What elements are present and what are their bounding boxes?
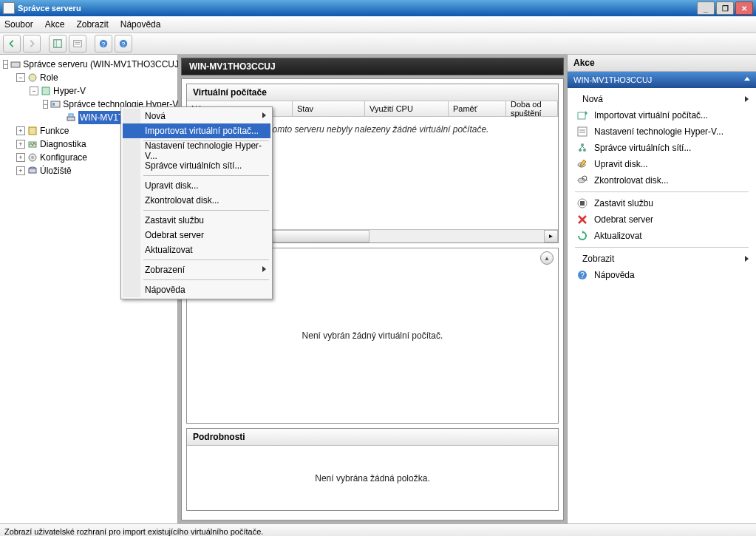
svg-point-28: [581, 143, 584, 146]
expand-icon[interactable]: +: [16, 140, 25, 149]
remove-icon: [576, 214, 588, 225]
expand-icon[interactable]: −: [30, 86, 38, 95]
podrobnosti-header: Podrobnosti: [187, 429, 558, 446]
menu-zobrazit[interactable]: Zobrazit: [76, 19, 108, 30]
tree-root[interactable]: − Správce serveru (WIN-MV1THO3CCUJ): [3, 58, 177, 71]
ctx-odebrat[interactable]: Odebrat server: [123, 228, 270, 242]
help-icon: ?: [576, 269, 588, 281]
action-zastavit[interactable]: Zastavit službu: [568, 195, 756, 211]
actions-group-header[interactable]: WIN-MV1THO3CCUJ: [568, 72, 756, 88]
svg-point-10: [29, 74, 36, 81]
properties-button[interactable]: [69, 35, 86, 52]
svg-rect-16: [29, 127, 36, 135]
restore-button[interactable]: ❐: [716, 1, 734, 15]
status-text: Zobrazí uživatelské rozhraní pro import …: [4, 527, 263, 536]
action-aktualizovat[interactable]: Aktualizovat: [568, 228, 756, 244]
menu-akce[interactable]: Akce: [45, 19, 65, 30]
ctx-zobrazeni[interactable]: Zobrazení: [123, 262, 270, 277]
action-spravce-siti[interactable]: Správce virtuálních sítí...: [568, 140, 756, 156]
ctx-nova[interactable]: Nová: [123, 109, 270, 123]
col-pamet[interactable]: Paměť: [449, 101, 506, 116]
action-upravit-disk[interactable]: Upravit disk...: [568, 156, 756, 172]
toolbar: ? ?: [0, 33, 756, 55]
svg-text:?: ?: [102, 41, 106, 48]
menu-separator: [143, 210, 269, 211]
hyperv-icon: [41, 86, 51, 96]
action-import[interactable]: Importovat virtuální počítač...: [568, 107, 756, 123]
ctx-nastaveni[interactable]: Nastavení technologie Hyper-V...: [123, 143, 270, 158]
server-icon: [10, 59, 21, 69]
expand-icon[interactable]: +: [16, 166, 25, 175]
expand-icon[interactable]: −: [16, 73, 25, 82]
ctx-spravce-siti[interactable]: Správce virtuálních sítí...: [123, 158, 270, 173]
ctx-upravit-disk[interactable]: Upravit disk...: [123, 178, 270, 193]
action-zobrazit[interactable]: Zobrazit: [568, 251, 756, 267]
svg-rect-14: [67, 117, 75, 121]
action-nova[interactable]: Nová: [568, 91, 756, 107]
expand-icon[interactable]: +: [16, 153, 25, 162]
submenu-arrow-icon: [745, 96, 749, 102]
ctx-zastavit[interactable]: Zastavit službu: [123, 213, 270, 228]
col-doba[interactable]: Doba od spuštění: [506, 101, 558, 116]
expand-icon[interactable]: +: [16, 126, 25, 135]
network-icon: [576, 142, 588, 154]
menu-napoveda[interactable]: Nápověda: [120, 19, 161, 30]
back-button[interactable]: [3, 35, 21, 52]
ctx-import[interactable]: Importovat virtuální počítač...: [123, 123, 270, 138]
show-hide-tree-button[interactable]: [49, 35, 67, 52]
collapse-button[interactable]: ▲: [540, 251, 554, 265]
collapse-up-icon: [744, 77, 750, 81]
ctx-napoveda[interactable]: Nápověda: [123, 282, 270, 297]
close-button[interactable]: ✕: [735, 1, 753, 15]
action-zkontrolovat-disk[interactable]: Zkontrolovat disk...: [568, 172, 756, 189]
expand-icon[interactable]: −: [3, 60, 8, 69]
diagnostics-icon: [27, 139, 38, 149]
center-header: WIN-MV1THO3CCUJ: [181, 58, 564, 75]
svg-text:?: ?: [122, 41, 126, 48]
action-odebrat[interactable]: Odebrat server: [568, 211, 756, 228]
actions-pane: Akce WIN-MV1THO3CCUJ Nová Importovat vir…: [568, 55, 756, 523]
app-icon: [3, 2, 15, 14]
svg-rect-22: [578, 112, 585, 119]
svg-rect-13: [52, 103, 55, 106]
svg-rect-0: [54, 40, 62, 48]
tree-role[interactable]: − Role: [16, 71, 177, 84]
ctx-aktualizovat[interactable]: Aktualizovat: [123, 242, 270, 257]
menu-separator: [143, 279, 269, 280]
forward-button[interactable]: [23, 35, 41, 52]
scroll-right-button[interactable]: ►: [544, 230, 558, 242]
actions-divider: [575, 191, 749, 192]
svg-rect-15: [69, 114, 73, 117]
action-napoveda[interactable]: ? Nápověda: [568, 267, 756, 283]
action-nastaveni[interactable]: Nastavení technologie Hyper-V...: [568, 123, 756, 140]
menu-separator: [143, 175, 269, 176]
section-podrobnosti: Podrobnosti Není vybrána žádná položka.: [186, 428, 559, 511]
svg-rect-9: [11, 62, 20, 67]
actions-divider: [575, 247, 749, 248]
col-stav[interactable]: Stav: [293, 101, 365, 116]
window-title: Správce serveru: [18, 4, 81, 13]
ctx-zkontrolovat-disk[interactable]: Zkontrolovat disk...: [123, 193, 270, 208]
svg-rect-2: [74, 41, 82, 47]
help-button[interactable]: ?: [95, 35, 112, 52]
svg-point-27: [583, 149, 586, 152]
podrobnosti-empty: Není vybrána žádná položka.: [187, 446, 558, 510]
context-menu: Nová Importovat virtuální počítač... Nas…: [120, 106, 273, 299]
col-cpu[interactable]: Využití CPU: [365, 101, 449, 116]
host-icon: [66, 112, 76, 123]
svg-rect-23: [578, 127, 587, 136]
minimize-button[interactable]: _: [697, 1, 715, 15]
import-icon: [576, 109, 588, 121]
help2-button[interactable]: ?: [115, 35, 132, 52]
settings-icon: [576, 126, 588, 138]
svg-point-26: [579, 149, 582, 152]
menu-soubor[interactable]: Soubor: [4, 19, 33, 30]
svg-rect-11: [42, 87, 50, 95]
svg-rect-21: [29, 169, 36, 173]
tree-hyperv[interactable]: − Hyper-V: [30, 84, 177, 98]
features-icon: [27, 126, 38, 136]
svg-rect-34: [580, 201, 585, 206]
expand-icon[interactable]: −: [43, 100, 48, 109]
menu-bar: Soubor Akce Zobrazit Nápověda: [0, 16, 756, 33]
storage-icon: [27, 166, 38, 176]
